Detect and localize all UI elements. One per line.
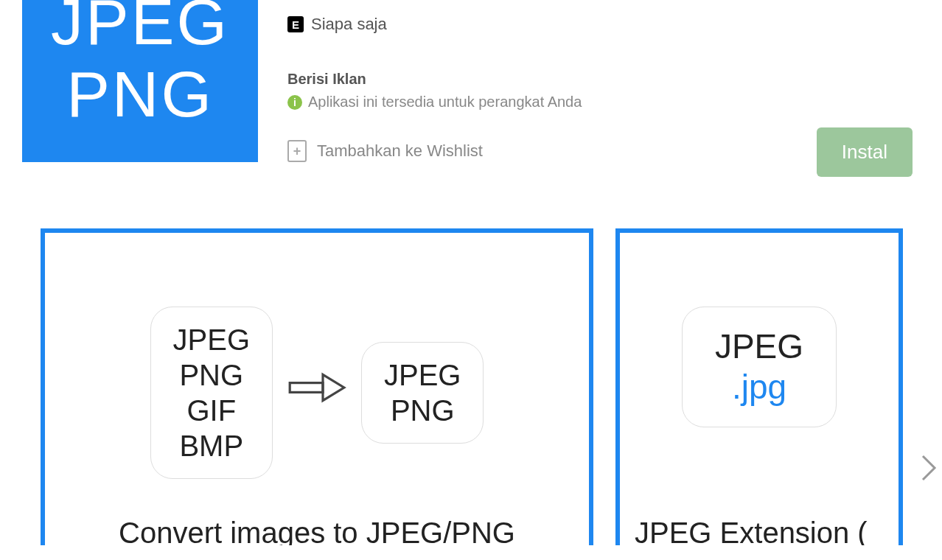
contains-ads-label: Berisi Iklan bbox=[287, 71, 920, 88]
ext-line2: .jpg bbox=[715, 367, 803, 407]
screenshots-carousel: JPEG PNG GIF BMP JPEG PNG Convert images… bbox=[0, 206, 942, 560]
arrow-right-icon bbox=[287, 365, 346, 420]
screenshot-2[interactable]: JPEG .jpg JPEG Extension ( bbox=[615, 228, 903, 545]
screenshot-1-caption: Convert images to JPEG/PNG bbox=[45, 517, 589, 545]
rating-badge-icon: E bbox=[287, 16, 304, 32]
fmt: GIF bbox=[173, 393, 250, 428]
availability-row: Aplikasi ini tersedia untuk perangkat An… bbox=[287, 94, 920, 111]
fmt: BMP bbox=[173, 428, 250, 463]
app-icon-line1: JPEG bbox=[51, 0, 229, 55]
info-icon bbox=[287, 95, 302, 110]
availability-text: Aplikasi ini tersedia untuk perangkat An… bbox=[308, 94, 582, 111]
source-formats-tile: JPEG PNG GIF BMP bbox=[150, 307, 273, 479]
ext-line1: JPEG bbox=[715, 326, 803, 367]
svg-marker-1 bbox=[323, 374, 344, 400]
screenshot-2-caption: JPEG Extension ( bbox=[620, 517, 899, 545]
svg-rect-0 bbox=[290, 383, 323, 393]
app-header: JPEG PNG E Siapa saja Berisi Iklan Aplik… bbox=[0, 0, 942, 206]
fmt: PNG bbox=[173, 357, 250, 393]
wishlist-label: Tambahkan ke Wishlist bbox=[317, 141, 483, 161]
fmt: JPEG bbox=[173, 322, 250, 357]
fmt: JPEG bbox=[384, 357, 461, 393]
convert-diagram: JPEG PNG GIF BMP JPEG PNG bbox=[150, 307, 484, 479]
content-rating: E Siapa saja bbox=[287, 15, 920, 34]
app-icon: JPEG PNG bbox=[22, 0, 258, 162]
target-formats-tile: JPEG PNG bbox=[361, 342, 484, 444]
app-icon-line2: PNG bbox=[66, 62, 214, 127]
bookmark-icon: + bbox=[287, 140, 307, 162]
fmt: PNG bbox=[384, 393, 461, 428]
extension-tile: JPEG .jpg bbox=[682, 307, 837, 427]
carousel-next-button[interactable] bbox=[920, 453, 938, 489]
rating-label: Siapa saja bbox=[311, 15, 387, 34]
install-button[interactable]: Instal bbox=[817, 127, 913, 177]
screenshot-1[interactable]: JPEG PNG GIF BMP JPEG PNG Convert images… bbox=[41, 228, 593, 545]
